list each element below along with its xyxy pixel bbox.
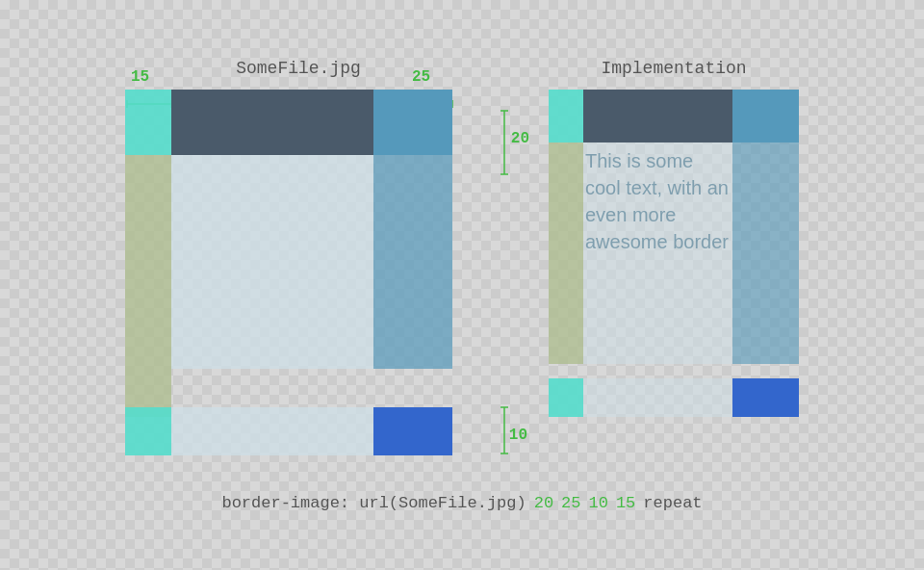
right-body-right <box>732 142 799 364</box>
measure-25: 25 <box>412 68 430 86</box>
measure-15: 15 <box>131 68 149 86</box>
right-top-right <box>732 90 799 142</box>
css-prefix: border-image: url(SomeFile.jpg) <box>221 494 526 512</box>
seg-body-main <box>171 155 373 369</box>
right-green-left <box>549 142 583 364</box>
css-line: border-image: url(SomeFile.jpg) 20 25 10… <box>221 494 702 512</box>
left-title: SomeFile.jpg <box>236 59 361 78</box>
right-bottom-left <box>583 378 732 417</box>
seg-top-dark <box>171 90 373 155</box>
seg-green-left <box>125 155 171 417</box>
seg-body-right <box>373 155 452 369</box>
diagrams-row: SomeFile.jpg 15 25 <box>125 59 799 455</box>
right-top-dark <box>583 90 732 142</box>
seg-cyan-topleft <box>125 90 171 155</box>
right-diagram: This is some cool text, with an even mor… <box>549 90 799 417</box>
right-diagram-section: Implementation This is some cool text, w… <box>549 59 799 417</box>
measure-20: 20 <box>511 130 529 147</box>
css-n3: 10 <box>589 494 608 512</box>
seg-cyan-bottomleft <box>125 407 171 455</box>
left-diagram-section: SomeFile.jpg 15 25 <box>125 59 472 455</box>
right-title: Implementation <box>601 59 746 78</box>
right-diagram-wrapper: This is some cool text, with an even mor… <box>549 90 799 417</box>
right-cyan-bottomleft <box>549 378 583 417</box>
seg-top-right-blue <box>373 90 452 155</box>
measure-10: 10 <box>509 427 527 444</box>
text-overlay: This is some cool text, with an even mor… <box>585 147 730 255</box>
css-n2: 25 <box>561 494 580 512</box>
css-n1: 20 <box>534 494 553 512</box>
css-suffix: repeat <box>643 494 702 512</box>
main-content: SomeFile.jpg 15 25 <box>0 59 924 512</box>
css-n4: 15 <box>616 494 635 512</box>
seg-bottom-left <box>171 407 373 455</box>
right-cyan-topleft <box>549 90 583 142</box>
left-diagram: 15 25 20 <box>125 90 472 455</box>
right-bottom-right <box>732 378 799 417</box>
left-diagram-wrapper: 15 25 20 <box>125 90 472 455</box>
bracket-20-svg <box>497 109 512 176</box>
seg-bottom-right-blue <box>373 407 452 455</box>
